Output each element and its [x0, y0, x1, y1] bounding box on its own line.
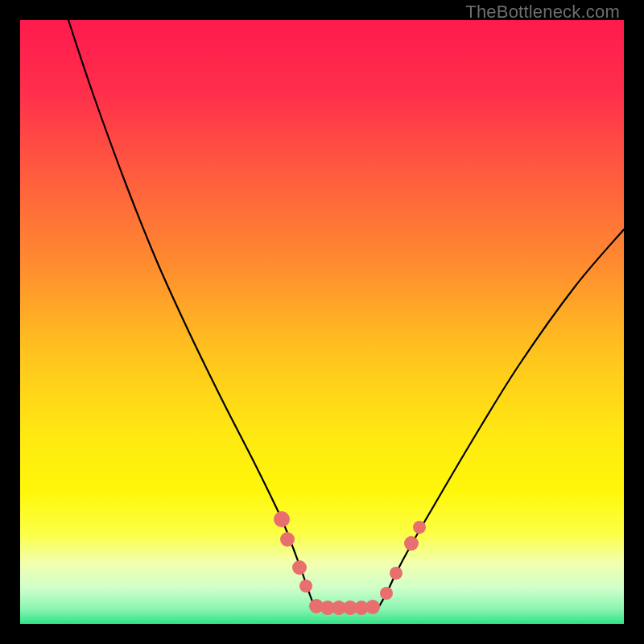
curve-markers: [274, 511, 426, 615]
curve-marker: [292, 560, 307, 575]
watermark-text: TheBottleneck.com: [465, 2, 620, 23]
curve-marker: [365, 600, 380, 614]
curve-marker: [299, 580, 312, 592]
chart-curve-layer: [20, 20, 624, 624]
curve-marker: [390, 567, 402, 580]
chart-frame: [20, 20, 624, 624]
right-curve: [378, 229, 624, 608]
curve-marker: [413, 521, 426, 534]
curve-marker: [280, 532, 295, 547]
curve-marker: [274, 511, 290, 527]
curve-marker: [404, 536, 419, 551]
curve-marker: [380, 587, 393, 600]
